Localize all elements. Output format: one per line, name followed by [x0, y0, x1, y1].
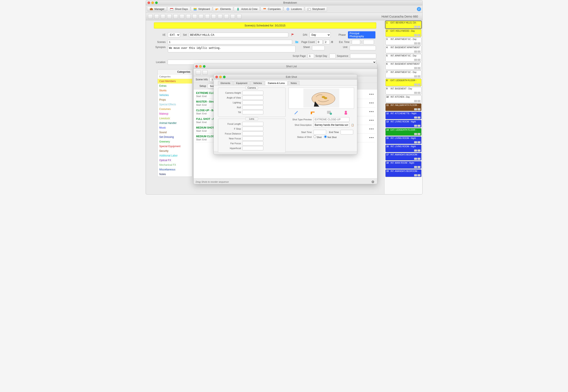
gear-icon[interactable]	[371, 180, 375, 184]
category-item[interactable]: Notes	[158, 172, 192, 177]
sheet-input[interactable]	[312, 46, 325, 50]
field-input[interactable]	[242, 105, 263, 110]
flag-icon[interactable]	[291, 33, 295, 37]
minimize-icon[interactable]	[199, 65, 202, 68]
scene-strip[interactable]: 8EXT. LEDGE/6TH FLOOR -	[385, 79, 421, 86]
more-icon[interactable]: •••	[369, 110, 374, 113]
category-item[interactable]: Special Equipment	[158, 144, 192, 149]
tab-shoot-days[interactable]: Shoot Days	[167, 7, 190, 12]
box-icon[interactable]	[203, 70, 208, 75]
category-item[interactable]: Makeup	[158, 112, 192, 116]
scene-strip[interactable]: 7INT. APARTMENT 6C - Day	[385, 70, 421, 78]
category-item[interactable]: Cast Members	[158, 79, 192, 84]
category-item[interactable]: Music	[158, 125, 192, 130]
field-input[interactable]	[242, 100, 263, 105]
scene-strip[interactable]: 2EXT. HOLLYWOOD - Day	[385, 29, 421, 37]
category-item[interactable]: Additional Labor	[158, 153, 192, 158]
field-input[interactable]	[242, 127, 263, 131]
tab-stripboard[interactable]: Stripboard	[191, 7, 212, 12]
export-icon[interactable]	[180, 14, 184, 19]
minimize-icon[interactable]	[219, 76, 222, 78]
field-input[interactable]	[242, 122, 263, 126]
scene-strip[interactable]: 9INT. BASEMENT - Day	[385, 87, 421, 95]
duplicate-icon[interactable]	[161, 14, 165, 19]
scene-strip[interactable]: 16INT. LIVING ROOM - Night	[385, 145, 421, 152]
category-item[interactable]: Set Dressing	[158, 135, 192, 139]
synopsis-input[interactable]	[168, 46, 295, 52]
tab-manager[interactable]: Manager	[147, 7, 167, 12]
field-input[interactable]	[242, 146, 263, 150]
folder-icon[interactable]	[295, 40, 298, 44]
person-icon[interactable]	[343, 110, 348, 115]
field-input[interactable]	[242, 131, 263, 136]
category-item[interactable]: Miscellaneous	[158, 167, 192, 172]
editshot-tab[interactable]: Camera & Lens	[265, 81, 288, 85]
scene-strip[interactable]: 6INT. BASEMENT APARTMENT	[385, 62, 421, 70]
scriptday-input[interactable]	[329, 54, 336, 58]
status-shot[interactable]: Shot	[314, 135, 322, 139]
scriptpage-input[interactable]	[308, 54, 314, 58]
wand-icon[interactable]	[199, 14, 203, 19]
field-input[interactable]	[242, 141, 263, 145]
refresh-icon[interactable]	[230, 14, 235, 19]
info-icon[interactable]: i	[417, 7, 421, 11]
endtime-input[interactable]	[341, 130, 353, 134]
editshot-tab[interactable]: Vehicles	[250, 81, 265, 85]
editshot-tab[interactable]: Elements	[218, 81, 233, 85]
tab-elements[interactable]: Elements	[213, 7, 233, 12]
editshot-tab[interactable]: Equipment	[233, 81, 250, 85]
category-item[interactable]: Greenery	[158, 139, 192, 144]
add-shot-icon[interactable]	[196, 70, 201, 75]
category-item[interactable]: Special Effects	[158, 102, 192, 107]
zoom-icon[interactable]	[155, 1, 158, 4]
scene-strip[interactable]: 19INT. AMANDA'S BEDROOM -	[385, 169, 421, 177]
more-icon[interactable]: •••	[369, 101, 374, 105]
category-item[interactable]: Stunts	[158, 88, 192, 93]
unit-input[interactable]	[350, 46, 376, 50]
set-input[interactable]	[189, 33, 288, 37]
zoom-icon[interactable]	[203, 65, 206, 68]
dn-select[interactable]: Day	[309, 32, 331, 37]
category-item[interactable]: Vehicles	[158, 93, 192, 98]
close-icon[interactable]	[215, 76, 218, 78]
scene-strip[interactable]: 18INT. MAIN ROOM - Night	[385, 161, 421, 169]
scene-strip[interactable]: 3INT. APARTMENT 6C - Day	[385, 37, 421, 45]
more-icon[interactable]: •••	[369, 127, 374, 131]
scene-strip[interactable]: 15INT. LIVING ROOM - Night	[385, 136, 421, 144]
field-input[interactable]	[242, 136, 263, 140]
phase-value[interactable]: Principal Photography	[348, 31, 375, 39]
scene-strip[interactable]: 1EXT. BEVERLY HILLS, CA -	[385, 21, 421, 28]
category-item[interactable]: Animal Handler	[158, 121, 192, 125]
scene-strip[interactable]: 11INT. HALLWAY/4TH FLOOR -	[385, 103, 421, 111]
status-notshot[interactable]: Not Shot	[324, 135, 336, 139]
sequence-input[interactable]	[350, 54, 376, 58]
field-input[interactable]	[242, 96, 263, 100]
minimize-icon[interactable]	[151, 1, 154, 4]
tab-actors-crew[interactable]: Actors & Crew	[234, 7, 260, 12]
zoom-icon[interactable]	[223, 76, 225, 78]
scene-strip[interactable]: 12INT. KITCHENETTE - Night	[385, 112, 421, 119]
grid-icon[interactable]	[192, 14, 197, 19]
scene-strip[interactable]: 17INT. AMANDA'S BEDROOM -	[385, 153, 421, 160]
close-icon[interactable]	[148, 1, 150, 4]
field-input[interactable]	[242, 110, 263, 114]
scenes-input[interactable]	[168, 40, 292, 44]
delete-page-icon[interactable]	[154, 14, 159, 19]
esttime-b[interactable]	[363, 40, 374, 44]
scene-strip[interactable]: 5INT. APARTMENT 6C - Day	[385, 54, 421, 62]
more-icon[interactable]: •••	[369, 92, 374, 96]
prev-icon[interactable]	[186, 14, 191, 19]
category-item[interactable]: Livestock	[158, 116, 192, 121]
close-icon[interactable]	[195, 65, 198, 68]
copy-icon[interactable]: 📋	[351, 124, 354, 126]
gun-icon[interactable]	[310, 110, 316, 115]
add-image-icon[interactable]: +	[327, 110, 332, 115]
box-icon[interactable]	[237, 14, 241, 19]
category-item[interactable]: Props	[158, 98, 192, 102]
shotdesc-input[interactable]	[314, 123, 349, 127]
copy-icon[interactable]	[167, 14, 172, 19]
more-icon[interactable]: •••	[369, 136, 374, 140]
ie-select[interactable]: EXT.	[168, 32, 180, 37]
shottype-input[interactable]	[314, 117, 349, 122]
esttime-a[interactable]	[352, 40, 360, 44]
